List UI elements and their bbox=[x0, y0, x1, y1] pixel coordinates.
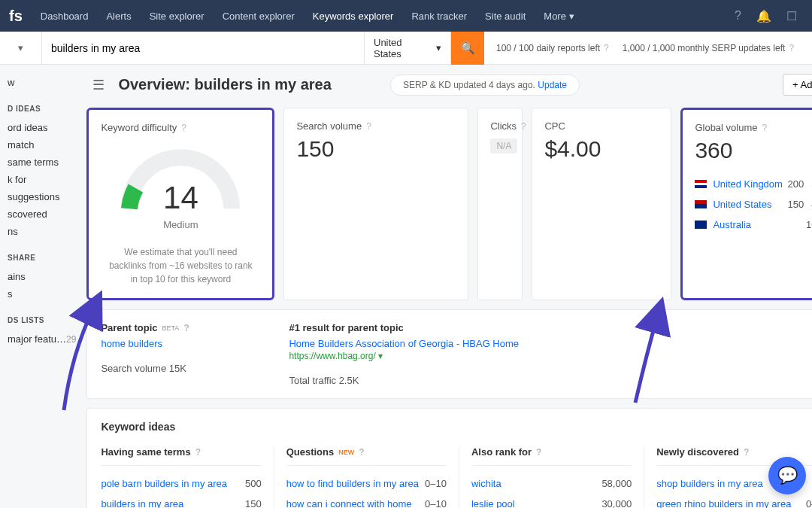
search-mode-dropdown[interactable]: ▾ bbox=[0, 32, 42, 64]
help-icon[interactable]: ? bbox=[789, 43, 794, 53]
sv-value: 150 bbox=[296, 136, 456, 162]
nav-more[interactable]: More ▾ bbox=[536, 11, 581, 22]
help-icon[interactable]: ? bbox=[729, 9, 747, 23]
nav-site-explorer[interactable]: Site explorer bbox=[142, 11, 212, 22]
cpc-value: $4.00 bbox=[544, 136, 659, 162]
gv-value: 360 bbox=[695, 138, 812, 163]
page-title: Overview: builders in my area bbox=[118, 76, 331, 93]
kd-value: 14 bbox=[117, 180, 244, 216]
nav-keywords-explorer[interactable]: Keywords explorer bbox=[305, 11, 401, 22]
help-icon[interactable]: ? bbox=[762, 123, 768, 133]
country-dropdown[interactable]: United States ▾ bbox=[364, 32, 451, 64]
help-icon[interactable]: ? bbox=[366, 121, 371, 132]
help-icon[interactable]: ? bbox=[195, 447, 201, 458]
idea-value: 58,000 bbox=[601, 478, 632, 489]
idea-keyword-link[interactable]: leslie pool bbox=[471, 498, 515, 508]
sv-label: Search volume bbox=[296, 120, 362, 132]
bell-icon[interactable]: 🔔 bbox=[750, 9, 777, 23]
clicks-value: N/A bbox=[490, 138, 517, 154]
gv-country-link[interactable]: United States bbox=[695, 199, 771, 210]
idea-value: 500 bbox=[245, 478, 262, 489]
cpc-label: CPC bbox=[544, 120, 565, 132]
monthly-credits: 1,000 / 1,000 monthly SERP updates left bbox=[623, 43, 786, 53]
help-icon[interactable]: ? bbox=[521, 121, 526, 132]
help-icon[interactable]: ? bbox=[604, 43, 609, 53]
parent-label: Parent topic bbox=[101, 322, 157, 333]
idea-value: 0–10 bbox=[425, 478, 447, 489]
kd-label: Keyword difficulty bbox=[101, 122, 177, 133]
search-input[interactable] bbox=[42, 32, 364, 64]
nav-site-audit[interactable]: Site audit bbox=[477, 11, 533, 22]
search-volume-card: Search volume? 150 bbox=[283, 108, 468, 300]
sidebar-item[interactable]: k for bbox=[8, 171, 76, 188]
nav-dashboard[interactable]: Dashboard bbox=[33, 11, 96, 22]
credits-bar: 100 / 100 daily reports left? 1,000 / 1,… bbox=[484, 43, 812, 53]
gv-label: Global volume bbox=[695, 122, 757, 133]
sidebar-item[interactable]: same terms bbox=[8, 154, 76, 171]
result-traffic: Total traffic 2.5K bbox=[289, 375, 812, 386]
idea-value: 0– bbox=[806, 498, 812, 508]
keyword-ideas-card: Keyword ideas Having same terms? pole ba… bbox=[86, 408, 812, 508]
chat-fab[interactable]: 💬 bbox=[768, 457, 806, 494]
add-button[interactable]: + Ad bbox=[783, 74, 812, 96]
idea-value: 30,000 bbox=[601, 498, 632, 508]
menu-icon[interactable]: ☰ bbox=[86, 77, 111, 93]
cpc-card: CPC $4.00 bbox=[532, 108, 671, 300]
parent-topic-link[interactable]: home builders bbox=[101, 338, 162, 349]
help-icon[interactable]: ? bbox=[181, 123, 186, 133]
sidebar-overview[interactable]: w bbox=[8, 74, 76, 91]
screen-icon[interactable]: ☐ bbox=[780, 9, 803, 23]
idea-keyword-link[interactable]: green rhino builders in my area bbox=[656, 498, 791, 508]
sidebar-item[interactable]: ns bbox=[8, 223, 76, 240]
result-url[interactable]: https://www.hbag.org/ ▾ bbox=[289, 351, 812, 361]
idea-keyword-link[interactable]: pole barn builders in my area bbox=[101, 478, 227, 489]
parent-sv: Search volume 15K bbox=[101, 363, 259, 374]
sidebar-item[interactable]: ord ideas bbox=[8, 119, 76, 136]
help-icon[interactable]: ? bbox=[183, 323, 189, 333]
gv-country-link[interactable]: Australia bbox=[695, 219, 751, 230]
sidebar-list-item[interactable]: major featu… bbox=[8, 330, 66, 348]
parent-topic-card: Parent topicBETA? home builders Search v… bbox=[86, 309, 812, 399]
update-badge: SERP & KD updated 4 days ago. Update bbox=[390, 75, 580, 96]
sidebar-head-share: SHARE bbox=[8, 254, 76, 262]
ideas-col-head: Having same terms bbox=[101, 446, 190, 458]
idea-keyword-link[interactable]: how can i connect with home bbox=[286, 498, 412, 508]
help-icon[interactable]: ? bbox=[744, 447, 749, 458]
nav-content-explorer[interactable]: Content explorer bbox=[215, 11, 302, 22]
clicks-card: Clicks? N/A bbox=[477, 108, 523, 300]
flag-us-icon bbox=[695, 200, 707, 208]
idea-value: 0–10 bbox=[425, 498, 447, 508]
sidebar: w D IDEAS ord ideas match same terms k f… bbox=[0, 65, 83, 508]
flag-gb-icon bbox=[695, 180, 707, 188]
search-bar: ▾ United States ▾ 🔍 100 / 100 daily repo… bbox=[0, 32, 812, 65]
clicks-label: Clicks bbox=[490, 120, 517, 132]
sidebar-head-ideas: D IDEAS bbox=[8, 105, 76, 113]
help-icon[interactable]: ? bbox=[536, 447, 541, 458]
update-link[interactable]: Update bbox=[538, 80, 567, 90]
sidebar-list-count: 29 bbox=[66, 334, 76, 345]
help-icon[interactable]: ? bbox=[359, 447, 364, 458]
sidebar-item[interactable]: match bbox=[8, 136, 76, 154]
search-button[interactable]: 🔍 bbox=[451, 32, 484, 65]
ideas-title: Keyword ideas bbox=[101, 421, 812, 433]
ideas-col-head: Newly discovered bbox=[656, 446, 739, 458]
global-volume-card: Global volume? 360 United Kingdom2005 Un… bbox=[680, 108, 812, 300]
idea-keyword-link[interactable]: shop builders in my area bbox=[656, 478, 763, 489]
sidebar-item[interactable]: suggestions bbox=[8, 188, 76, 205]
sidebar-item[interactable]: ains bbox=[8, 268, 76, 285]
result-label: #1 result for parent topic bbox=[289, 322, 812, 333]
kd-rating: Medium bbox=[101, 219, 260, 230]
gv-country-link[interactable]: United Kingdom bbox=[695, 178, 783, 190]
result-title-link[interactable]: Home Builders Association of Georgia - H… bbox=[289, 338, 519, 349]
idea-keyword-link[interactable]: wichita bbox=[471, 478, 501, 489]
nav-rank-tracker[interactable]: Rank tracker bbox=[404, 11, 474, 22]
idea-keyword-link[interactable]: how to find builders in my area bbox=[286, 478, 419, 489]
top-nav: fs Dashboard Alerts Site explorer Conten… bbox=[0, 0, 812, 32]
sidebar-item[interactable]: s bbox=[8, 285, 76, 303]
sidebar-item[interactable]: scovered bbox=[8, 205, 76, 223]
flag-au-icon bbox=[695, 221, 707, 229]
nav-alerts[interactable]: Alerts bbox=[98, 11, 138, 22]
idea-value: 150 bbox=[245, 498, 262, 508]
content: ☰ Overview: builders in my area SERP & K… bbox=[83, 65, 812, 508]
idea-keyword-link[interactable]: builders in my area bbox=[101, 498, 183, 508]
